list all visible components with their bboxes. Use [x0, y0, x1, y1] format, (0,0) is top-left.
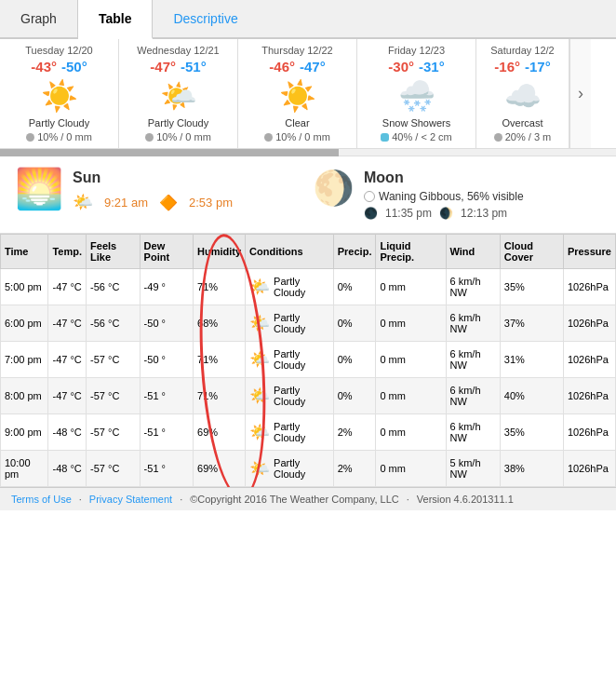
sunrise-icon: 🌤️ [73, 192, 93, 212]
table-row: 10:00 pm-48 °C-57 °C-51 °69%🌤️Partly Clo… [1, 451, 616, 487]
col-wind: Wind [446, 235, 500, 269]
day-label-3: Friday 12/23 [365, 45, 468, 56]
col-temp: Temp. [48, 235, 87, 269]
footer: Terms of Use · Privacy Statement · ©Copy… [0, 487, 616, 510]
temp-high: -43° [31, 59, 57, 75]
tab-table[interactable]: Table [78, 0, 154, 39]
moonset-icon: 🌒 [439, 207, 453, 220]
privacy-link[interactable]: Privacy Statement [89, 494, 172, 505]
condition-label-3: Snow Showers [365, 117, 468, 129]
sunset-time: 2:53 pm [189, 196, 233, 210]
table-row: 5:00 pm-47 °C-56 °C-49 °71%🌤️Partly Clou… [1, 269, 616, 305]
temp-low: -50° [61, 59, 87, 75]
sun-moon-section: 🌅 Sun 🌤️ 9:21 am 🔶 2:53 pm 🌖 Moon Waning… [0, 156, 616, 234]
temp-high-3: -30° [388, 59, 414, 75]
scrollbar-container[interactable] [0, 149, 616, 156]
weather-day-0: Tuesday 12/20 -43° -50° ☀️ Partly Cloudy… [0, 39, 119, 148]
moonrise-icon: 🌑 [364, 207, 378, 220]
precip-info-3: 40% / < 2 cm [365, 131, 468, 142]
col-liquid-precip: Liquid Precip. [376, 235, 446, 269]
sun-title: Sun [73, 169, 233, 186]
weather-strip: Tuesday 12/20 -43° -50° ☀️ Partly Cloudy… [0, 39, 616, 149]
tab-descriptive[interactable]: Descriptive [153, 0, 258, 37]
scrollbar-thumb[interactable] [0, 149, 339, 156]
moon-icon: 🌖 [313, 171, 355, 205]
condition-label-1: Partly Cloudy [127, 117, 230, 129]
precip-info-4: 20% / 3 m [484, 131, 561, 142]
col-time: Time [1, 235, 48, 269]
moon-info: Moon Waning Gibbous, 56% visible 🌑 11:35… [364, 169, 524, 220]
sunrise-time: 9:21 am [104, 196, 148, 210]
footer-dot-2: · [180, 494, 182, 505]
moon-phase: Waning Gibbous, 56% visible [364, 190, 524, 203]
scroll-right-arrow[interactable]: › [569, 39, 591, 148]
sun-times: 🌤️ 9:21 am 🔶 2:53 pm [73, 192, 233, 212]
day-label: Tuesday 12/20 [7, 45, 111, 56]
weather-icon-3: 🌨️ [365, 78, 468, 114]
col-pressure: Pressure [563, 235, 615, 269]
temps-0: -43° -50° [7, 59, 111, 75]
day-label-1: Wednesday 12/21 [127, 45, 230, 56]
temp-low-1: -51° [181, 59, 207, 75]
weather-day-3: Friday 12/23 -30° -31° 🌨️ Snow Showers 4… [357, 39, 476, 148]
table-row: 7:00 pm-47 °C-57 °C-50 °71%🌤️Partly Clou… [1, 342, 616, 378]
temps-1: -47° -51° [127, 59, 230, 75]
table-wrapper: Time Temp. Feels Like Dew Point Humidity… [0, 234, 616, 487]
temp-high-1: -47° [150, 59, 176, 75]
col-feels-like: Feels Like [87, 235, 141, 269]
temp-low-3: -31° [419, 59, 445, 75]
footer-version: Version 4.6.201311.1 [417, 494, 514, 505]
day-label-4: Saturday 12/2 [484, 45, 561, 56]
weather-icon-1: 🌤️ [127, 78, 230, 114]
weather-data-table: Time Temp. Feels Like Dew Point Humidity… [0, 234, 616, 487]
sunset-icon: 🔶 [159, 194, 178, 211]
day-label-2: Thursday 12/22 [246, 45, 349, 56]
condition-label-4: Overcast [484, 117, 561, 129]
temps-4: -16° -17° [484, 59, 561, 75]
tab-bar: Graph Table Descriptive [0, 0, 616, 39]
moon-section: 🌖 Moon Waning Gibbous, 56% visible 🌑 11:… [313, 169, 601, 220]
footer-dot-3: · [407, 494, 409, 505]
col-conditions: Conditions [246, 235, 334, 269]
temp-low-2: -47° [300, 59, 326, 75]
moon-phase-icon [364, 191, 375, 202]
col-cloud-cover: Cloud Cover [500, 235, 563, 269]
weather-icon-4: ☁️ [484, 78, 561, 114]
weather-icon-2: ☀️ [246, 78, 349, 114]
col-humidity: Humidity [194, 235, 246, 269]
weather-day-4: Saturday 12/2 -16° -17° ☁️ Overcast 20% … [476, 39, 569, 148]
sun-info: Sun 🌤️ 9:21 am 🔶 2:53 pm [73, 169, 233, 212]
weather-day-1: Wednesday 12/21 -47° -51° 🌤️ Partly Clou… [119, 39, 238, 148]
tab-graph[interactable]: Graph [0, 0, 78, 37]
col-dew-point: Dew Point [140, 235, 193, 269]
temp-low-4: -17° [525, 59, 551, 75]
temps-3: -30° -31° [365, 59, 468, 75]
moonrise-time: 11:35 pm [385, 207, 432, 220]
table-header-row: Time Temp. Feels Like Dew Point Humidity… [1, 235, 616, 269]
col-precip: Precip. [333, 235, 376, 269]
precip-info-1: 10% / 0 mm [127, 131, 230, 142]
moonset-time: 12:13 pm [461, 207, 507, 220]
precip-info-0: 10% / 0 mm [7, 131, 111, 142]
condition-label-2: Clear [246, 117, 349, 129]
sun-icon: 🌅 [15, 169, 63, 209]
weather-icon-0: ☀️ [7, 78, 111, 114]
terms-link[interactable]: Terms of Use [11, 494, 72, 505]
table-row: 6:00 pm-47 °C-56 °C-50 °68%🌤️Partly Clou… [1, 305, 616, 342]
precip-info-2: 10% / 0 mm [246, 131, 349, 142]
footer-dot-1: · [79, 494, 82, 505]
moon-times: 🌑 11:35 pm 🌒 12:13 pm [364, 207, 524, 220]
temp-high-4: -16° [494, 59, 520, 75]
temps-2: -46° -47° [246, 59, 349, 75]
table-row: 9:00 pm-48 °C-57 °C-51 °69%🌤️Partly Clou… [1, 414, 616, 451]
moon-title: Moon [364, 169, 524, 186]
sun-section: 🌅 Sun 🌤️ 9:21 am 🔶 2:53 pm [15, 169, 303, 220]
footer-copyright: ©Copyright 2016 The Weather Company, LLC [190, 494, 399, 505]
weather-day-2: Thursday 12/22 -46° -47° ☀️ Clear 10% / … [238, 39, 357, 148]
temp-high-2: -46° [269, 59, 295, 75]
table-row: 8:00 pm-47 °C-57 °C-51 °71%🌤️Partly Clou… [1, 378, 616, 414]
condition-label-0: Partly Cloudy [7, 117, 111, 129]
